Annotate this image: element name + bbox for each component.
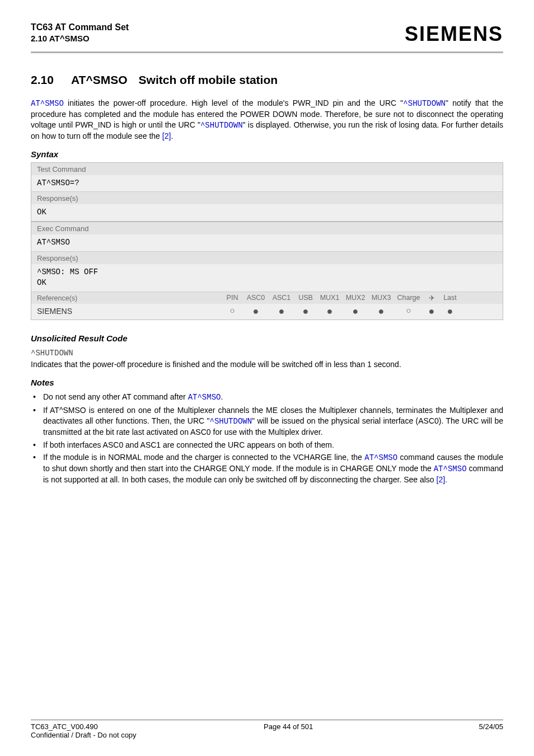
dot-mux2: ● — [343, 306, 368, 316]
section-command: AT^SMSO — [71, 73, 128, 87]
note-1-text: Do not send any other AT command after — [43, 392, 188, 401]
intro-text-4: . — [171, 132, 173, 140]
section-number: 2.10 — [31, 73, 71, 87]
exec-response-body: ^SMSO: MS OFF OK — [31, 264, 503, 292]
header-left: TC63 AT Command Set 2.10 AT^SMSO — [31, 22, 129, 43]
link-shutdown-1[interactable]: ^SHUTDOWN — [403, 99, 446, 108]
reference-value-row: SIEMENS ○ ● ● ● ● ● ● ○ ● ● — [31, 304, 503, 320]
siemens-logo: SIEMENS — [405, 22, 503, 46]
test-command-head: Test Command — [31, 163, 503, 175]
reference-siemens: SIEMENS — [37, 307, 222, 316]
footer-row: TC63_ATC_V00.490 Page 44 of 501 5/24/05 — [31, 722, 503, 731]
note-3: If both interfaces ASC0 and ASC1 are con… — [31, 440, 503, 450]
syntax-label: Syntax — [31, 149, 503, 159]
syntax-box: Test Command AT^SMSO=? Response(s) OK Ex… — [31, 162, 503, 320]
note-4-end: . — [445, 475, 447, 484]
note-4: If the module is in NORMAL mode and the … — [31, 452, 503, 485]
link-at-smso-n4b[interactable]: AT^SMSO — [434, 464, 467, 473]
footer-rule — [31, 720, 503, 720]
test-response-body: OK — [31, 204, 503, 221]
note-1: Do not send any other AT command after A… — [31, 392, 503, 403]
footer-sub: Confidential / Draft - Do not copy — [31, 731, 503, 739]
exec-response-head: Response(s) — [31, 251, 503, 264]
link-shutdown-n2[interactable]: ^SHUTDOWN — [209, 417, 252, 426]
col-airplane-icon: ✈ — [423, 294, 440, 302]
dot-mux1: ● — [317, 306, 343, 316]
col-mux1: MUX1 — [317, 294, 343, 302]
col-pin: PIN — [222, 294, 243, 302]
test-command-body: AT^SMSO=? — [31, 175, 503, 192]
link-ref-2[interactable]: [2] — [162, 132, 171, 140]
note-2: If AT^SMSO is entered on one of the Mult… — [31, 405, 503, 438]
intro-text-1: initiates the power-off procedure. High … — [64, 98, 404, 107]
dot-airplane: ● — [423, 306, 440, 316]
notes-list: Do not send any other AT command after A… — [31, 392, 503, 485]
link-ref-2-n4[interactable]: [2] — [437, 475, 446, 484]
reference-header-row: Reference(s) PIN ASC0 ASC1 USB MUX1 MUX2… — [31, 292, 503, 304]
reference-head: Reference(s) — [37, 294, 222, 302]
col-mux2: MUX2 — [343, 294, 368, 302]
footer-right: 5/24/05 — [479, 722, 503, 731]
doc-title: TC63 AT Command Set — [31, 22, 129, 32]
col-usb: USB — [294, 294, 317, 302]
link-at-smso[interactable]: AT^SMSO — [31, 99, 64, 108]
notes-label: Notes — [31, 378, 503, 387]
footer-center: Page 44 of 501 — [264, 722, 313, 731]
urc-desc: Indicates that the power-off procedure i… — [31, 360, 503, 369]
exec-response-ok: OK — [37, 278, 497, 288]
link-shutdown-2[interactable]: ^SHUTDOWN — [200, 121, 243, 130]
header-rule — [31, 51, 503, 53]
link-at-smso-n1[interactable]: AT^SMSO — [188, 393, 221, 402]
doc-sub: 2.10 AT^SMSO — [31, 34, 129, 43]
page-footer: TC63_ATC_V00.490 Page 44 of 501 5/24/05 … — [31, 720, 503, 739]
intro-paragraph: AT^SMSO initiates the power-off procedur… — [31, 98, 503, 142]
dot-last: ● — [440, 306, 460, 316]
col-charge: Charge — [394, 294, 423, 302]
reference-dots: ○ ● ● ● ● ● ● ○ ● ● — [222, 306, 497, 316]
exec-response-line1: ^SMSO: MS OFF — [37, 267, 497, 278]
dot-asc1: ● — [269, 306, 294, 316]
col-mux3: MUX3 — [368, 294, 394, 302]
note-1-end: . — [221, 392, 223, 401]
section-title: Switch off mobile station — [139, 73, 278, 87]
exec-command-head: Exec Command — [31, 221, 503, 234]
note-4-text-a: If the module is in NORMAL mode and the … — [43, 453, 364, 462]
page-header: TC63 AT Command Set 2.10 AT^SMSO SIEMENS — [31, 22, 503, 46]
dot-usb: ● — [294, 306, 317, 316]
col-last: Last — [440, 294, 460, 302]
dot-pin: ○ — [222, 306, 243, 316]
dot-charge: ○ — [394, 306, 423, 316]
reference-columns: PIN ASC0 ASC1 USB MUX1 MUX2 MUX3 Charge … — [222, 294, 497, 302]
dot-asc0: ● — [243, 306, 269, 316]
link-at-smso-n4a[interactable]: AT^SMSO — [364, 453, 397, 462]
urc-code: ^SHUTDOWN — [31, 349, 503, 358]
dot-mux3: ● — [368, 306, 394, 316]
section-heading: 2.10 AT^SMSO Switch off mobile station — [31, 73, 503, 87]
footer-left: TC63_ATC_V00.490 — [31, 722, 98, 731]
col-asc0: ASC0 — [243, 294, 269, 302]
col-asc1: ASC1 — [269, 294, 294, 302]
test-response-head: Response(s) — [31, 191, 503, 204]
exec-command-body: AT^SMSO — [31, 234, 503, 251]
urc-label: Unsolicited Result Code — [31, 334, 503, 343]
